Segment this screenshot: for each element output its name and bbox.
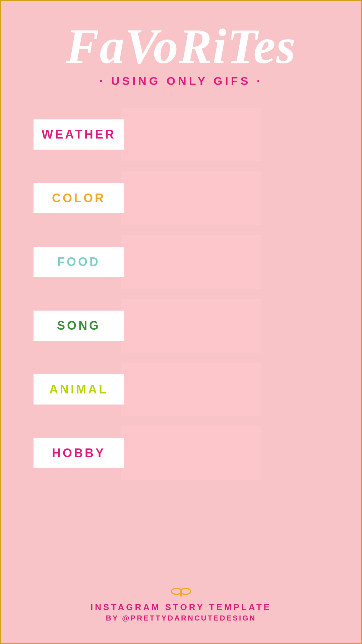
color-label: COLOR	[52, 191, 106, 205]
bow-icon	[171, 585, 191, 598]
animal-answer-box	[121, 363, 261, 416]
song-label: SONG	[57, 319, 101, 333]
weather-label: WEATHER	[42, 127, 116, 142]
animal-label-box: ANIMAL	[34, 374, 124, 405]
list-item: FOOD	[34, 235, 328, 289]
list-item: SONG	[34, 299, 328, 353]
subtitle: · USING ONLY GIFS ·	[66, 74, 296, 88]
list-item: ANIMAL	[34, 363, 328, 416]
weather-label-box: WEATHER	[34, 119, 124, 150]
food-label-box: FOOD	[34, 247, 124, 277]
footer-line2: BY @PRETTYDARNCUTEDESIGN	[90, 614, 272, 623]
food-answer-box	[121, 235, 261, 289]
hobby-label-box: HOBBY	[34, 438, 124, 468]
color-answer-box	[121, 171, 261, 225]
song-label-box: SONG	[34, 311, 124, 341]
list-item: HOBBY	[34, 426, 328, 480]
page-title: FaVoRiTes	[66, 21, 296, 71]
list-item: COLOR	[34, 171, 328, 225]
hobby-label: HOBBY	[52, 446, 106, 460]
footer-section: INSTAGRAM STORY TEMPLATE BY @PRETTYDARNC…	[90, 585, 272, 623]
weather-answer-box	[121, 108, 261, 161]
footer-line1: INSTAGRAM STORY TEMPLATE	[90, 602, 272, 612]
svg-point-2	[180, 590, 182, 593]
animal-label: ANIMAL	[49, 382, 108, 396]
food-label: FOOD	[57, 255, 100, 269]
items-list: WEATHER COLOR FOOD SONG ANIMAL HOBBY	[34, 108, 328, 480]
list-item: WEATHER	[34, 108, 328, 161]
color-label-box: COLOR	[34, 183, 124, 213]
song-answer-box	[121, 299, 261, 353]
hobby-answer-box	[121, 426, 261, 480]
header-section: FaVoRiTes · USING ONLY GIFS ·	[66, 21, 296, 88]
